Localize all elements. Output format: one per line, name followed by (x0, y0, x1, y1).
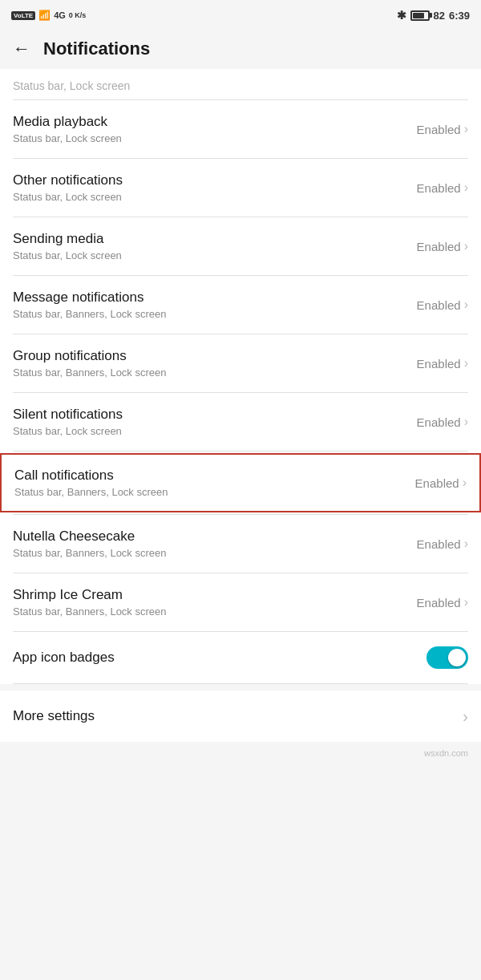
item-text-nutella-cheesecake: Nutella Cheesecake Status bar, Banners, … (13, 528, 417, 559)
item-status-message-notifications: Enabled (417, 298, 461, 312)
list-item[interactable]: Message notifications Status bar, Banner… (0, 276, 481, 334)
time-display: 6:39 (449, 10, 470, 22)
battery-fill (413, 13, 425, 18)
truncated-item: Status bar, Lock screen (0, 69, 481, 99)
item-subtitle-message-notifications: Status bar, Banners, Lock screen (13, 308, 417, 320)
item-text-message-notifications: Message notifications Status bar, Banner… (13, 290, 417, 320)
item-status-silent-notifications: Enabled (417, 415, 461, 429)
header: ← Notifications (0, 29, 481, 69)
item-text-shrimp-ice-cream: Shrimp Ice Cream Status bar, Banners, Lo… (13, 587, 417, 618)
divider-6 (13, 451, 468, 452)
chevron-icon: › (464, 356, 468, 371)
item-title-shrimp-ice-cream: Shrimp Ice Cream (13, 587, 417, 603)
status-left: VoLTE 📶 4G 0 K/s (11, 10, 86, 21)
item-text-silent-notifications: Silent notifications Status bar, Lock sc… (13, 407, 417, 437)
item-subtitle-media-playback: Status bar, Lock screen (13, 132, 417, 144)
item-status-sending-media: Enabled (417, 240, 461, 253)
item-status-call-notifications: Enabled (415, 476, 459, 490)
chevron-icon: › (464, 537, 468, 551)
watermark: wsxdn.com (0, 742, 481, 764)
item-title-media-playback: Media playback (13, 114, 417, 130)
item-title-other-notifications: Other notifications (13, 172, 417, 188)
app-icon-badges-toggle[interactable] (426, 646, 468, 669)
item-right-other-notifications: Enabled › (417, 180, 468, 195)
item-status-other-notifications: Enabled (417, 181, 461, 195)
more-settings-chevron-icon: › (463, 707, 468, 726)
battery-icon (410, 10, 430, 21)
network-speed: 0 K/s (69, 11, 87, 20)
item-title-group-notifications: Group notifications (13, 348, 417, 364)
app-icon-badges-row[interactable]: App icon badges (0, 632, 481, 683)
item-title-call-notifications: Call notifications (14, 468, 415, 484)
item-title-message-notifications: Message notifications (13, 290, 417, 306)
chevron-icon: › (464, 595, 468, 609)
item-subtitle-shrimp-ice-cream: Status bar, Banners, Lock screen (13, 605, 417, 618)
truncated-text: Status bar, Lock screen (13, 79, 130, 92)
list-item[interactable]: Shrimp Ice Cream Status bar, Banners, Lo… (0, 573, 481, 631)
item-right-group-notifications: Enabled › (417, 356, 468, 371)
item-subtitle-group-notifications: Status bar, Banners, Lock screen (13, 366, 417, 379)
item-status-shrimp-ice-cream: Enabled (417, 596, 461, 609)
more-settings-item[interactable]: More settings › (0, 690, 481, 742)
chevron-icon: › (464, 298, 468, 312)
chevron-icon: › (464, 239, 468, 253)
list-item[interactable]: Group notifications Status bar, Banners,… (0, 334, 481, 392)
list-item[interactable]: Call notifications Status bar, Banners, … (0, 453, 481, 512)
item-right-shrimp-ice-cream: Enabled › (417, 595, 468, 609)
more-settings-label: More settings (13, 708, 95, 724)
signal-strength-icon: 📶 (38, 10, 51, 21)
chevron-icon: › (463, 476, 467, 490)
chevron-icon: › (464, 415, 468, 429)
list-item[interactable]: Nutella Cheesecake Status bar, Banners, … (0, 515, 481, 573)
item-title-silent-notifications: Silent notifications (13, 407, 417, 423)
app-icon-badges-label: App icon badges (13, 650, 115, 666)
item-subtitle-call-notifications: Status bar, Banners, Lock screen (14, 486, 415, 498)
item-right-sending-media: Enabled › (417, 239, 468, 253)
item-right-call-notifications: Enabled › (415, 476, 467, 490)
chevron-icon: › (464, 180, 468, 195)
item-right-silent-notifications: Enabled › (417, 415, 468, 429)
list-item[interactable]: Silent notifications Status bar, Lock sc… (0, 393, 481, 451)
signal-4g: 4G (54, 10, 66, 20)
item-right-media-playback: Enabled › (417, 122, 468, 136)
back-button[interactable]: ← (13, 38, 30, 59)
page-title: Notifications (43, 38, 150, 59)
chevron-icon: › (464, 122, 468, 136)
item-text-media-playback: Media playback Status bar, Lock screen (13, 114, 417, 144)
status-bar: VoLTE 📶 4G 0 K/s ✱ 82 6:39 (0, 0, 481, 29)
volte-badge: VoLTE (11, 11, 35, 20)
item-text-call-notifications: Call notifications Status bar, Banners, … (14, 468, 415, 498)
item-right-nutella-cheesecake: Enabled › (417, 537, 468, 551)
item-subtitle-nutella-cheesecake: Status bar, Banners, Lock screen (13, 547, 417, 559)
status-right: ✱ 82 6:39 (397, 9, 471, 22)
toggle-knob (448, 649, 466, 666)
battery-level: 82 (434, 10, 445, 22)
item-right-message-notifications: Enabled › (417, 298, 468, 312)
bluetooth-icon: ✱ (397, 9, 406, 22)
item-text-sending-media: Sending media Status bar, Lock screen (13, 231, 417, 261)
list-item[interactable]: Media playback Status bar, Lock screen E… (0, 100, 481, 158)
item-status-nutella-cheesecake: Enabled (417, 537, 461, 551)
item-status-media-playback: Enabled (417, 123, 461, 136)
item-text-group-notifications: Group notifications Status bar, Banners,… (13, 348, 417, 379)
item-subtitle-silent-notifications: Status bar, Lock screen (13, 425, 417, 437)
item-status-group-notifications: Enabled (417, 357, 461, 371)
section-gap (0, 684, 481, 690)
list-item[interactable]: Other notifications Status bar, Lock scr… (0, 159, 481, 217)
item-subtitle-sending-media: Status bar, Lock screen (13, 249, 417, 261)
list-item[interactable]: Sending media Status bar, Lock screen En… (0, 217, 481, 275)
item-title-nutella-cheesecake: Nutella Cheesecake (13, 528, 417, 545)
item-text-other-notifications: Other notifications Status bar, Lock scr… (13, 172, 417, 203)
item-subtitle-other-notifications: Status bar, Lock screen (13, 191, 417, 203)
item-title-sending-media: Sending media (13, 231, 417, 247)
